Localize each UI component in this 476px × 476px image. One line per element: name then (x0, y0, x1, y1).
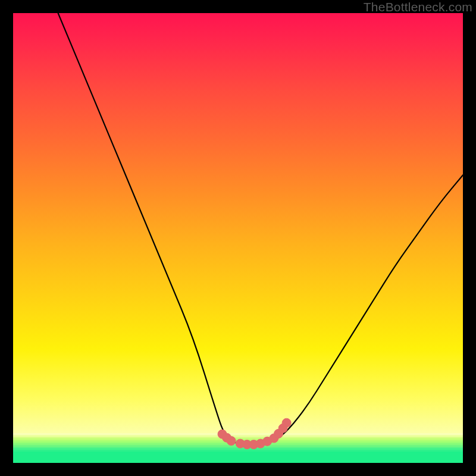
watermark-text: TheBottleneck.com (364, 0, 472, 14)
green-bar (13, 453, 463, 463)
stripe-band (13, 433, 463, 453)
plot-area (13, 13, 463, 463)
gradient-background (13, 13, 463, 433)
chart-frame: TheBottleneck.com (0, 0, 476, 476)
